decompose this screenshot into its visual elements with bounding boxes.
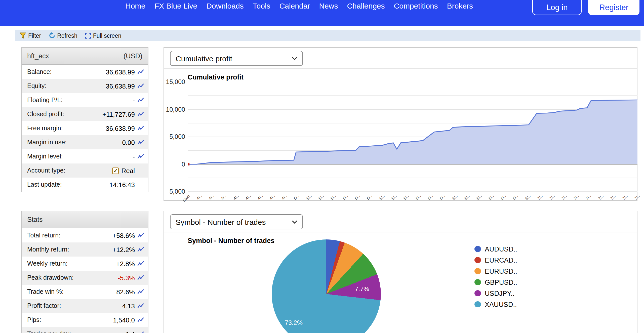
pie-type-select[interactable]: Symbol - Number of trades [170, 214, 303, 229]
open-chart-icon[interactable] [136, 232, 145, 238]
account-row: Last update:14:16:43 [22, 178, 148, 192]
stats-row-label: Monthly return: [27, 246, 69, 253]
nav-item-calendar[interactable]: Calendar [279, 1, 310, 11]
account-row-value: 0.00 [122, 139, 135, 146]
account-rows: Balance:36,638.99Equity:36,638.99Floatin… [22, 65, 148, 192]
fullscreen-button[interactable]: Full screen [85, 32, 122, 38]
account-row: Balance:36,638.99 [22, 65, 148, 79]
open-chart-icon[interactable] [136, 83, 145, 89]
account-row: Closed profit:+11,727.69 [22, 107, 148, 121]
nav-item-downloads[interactable]: Downloads [206, 1, 244, 11]
account-row-label: Last update: [27, 181, 62, 188]
legend-item: EURCAD.. [474, 255, 517, 266]
mini-chart-icon [137, 261, 144, 267]
open-chart-icon[interactable] [136, 317, 145, 323]
mini-chart-icon [137, 331, 144, 333]
account-row: Equity:36,638.99 [22, 79, 148, 93]
open-chart-icon[interactable] [136, 97, 145, 103]
y-axis-label: 10,000 [164, 106, 185, 113]
account-row-label: Floating P/L: [27, 97, 62, 104]
mini-chart-icon [137, 139, 144, 145]
y-axis-label: -5,000 [164, 188, 185, 195]
account-row-label: Free margin: [27, 125, 63, 132]
account-row: Free margin:36,638.99 [22, 121, 148, 135]
fullscreen-icon [85, 32, 91, 38]
stats-row-label: Total return: [27, 232, 60, 239]
register-button[interactable]: Register [588, 0, 639, 15]
legend-item: XAUUSD.. [474, 299, 517, 310]
legend-color-dot [474, 257, 481, 263]
stats-row-value: 1,540.0 [113, 316, 135, 324]
account-row-value: 36,638.99 [106, 68, 135, 76]
pie-card-toolbar: Symbol - Number of trades [164, 211, 637, 232]
open-chart-icon[interactable] [136, 261, 145, 267]
account-row-label: Account type: [27, 167, 65, 174]
open-chart-icon[interactable] [136, 289, 145, 295]
legend-color-dot [474, 301, 481, 308]
y-axis-label: 0 [164, 161, 185, 168]
cumulative-profit-card: Cumulative profit Cumulative profit 15,0… [164, 47, 637, 201]
account-currency: (USD) [124, 52, 142, 60]
stats-row-label: Pips: [27, 316, 41, 323]
nav-item-competitions[interactable]: Competitions [394, 1, 438, 11]
chart-type-select[interactable]: Cumulative profit [170, 51, 303, 66]
mini-chart-icon [137, 69, 144, 75]
stats-row-value: +12.2% [112, 246, 135, 253]
mini-chart-icon [137, 111, 144, 117]
account-row-label: Margin in use: [27, 139, 67, 146]
stats-row-label: Peak drawdown: [27, 274, 74, 281]
stats-row: Weekly return:+2.8% [22, 257, 148, 271]
nav-item-home[interactable]: Home [125, 1, 145, 11]
account-row: Floating P/L:- [22, 93, 148, 107]
legend-label: XAUUSD.. [485, 301, 517, 308]
account-row-label: Balance: [27, 68, 52, 75]
open-chart-icon[interactable] [136, 153, 145, 159]
mini-chart-icon [137, 289, 144, 295]
login-button[interactable]: Log in [532, 0, 582, 15]
account-name: hft_ecx [27, 52, 49, 60]
stats-row-label: Profit factor: [27, 302, 61, 309]
open-chart-icon[interactable] [136, 69, 145, 75]
stats-row-label: Trade win %: [27, 288, 64, 295]
refresh-button[interactable]: Refresh [49, 32, 77, 39]
open-chart-icon[interactable] [136, 331, 145, 333]
open-chart-icon[interactable] [136, 303, 145, 309]
stats-row-label: Trades per day: [27, 330, 71, 333]
mini-chart-icon [137, 83, 144, 89]
account-row: Margin in use:0.00 [22, 135, 148, 149]
real-account-checkbox-icon: ✓ [112, 167, 119, 174]
open-chart-icon[interactable] [136, 111, 145, 117]
stats-rows: Total return:+58.6%Monthly return:+12.2%… [22, 228, 148, 333]
nav-item-challenges[interactable]: Challenges [347, 1, 385, 11]
open-chart-icon[interactable] [136, 139, 145, 145]
mini-chart-icon [137, 317, 144, 323]
legend-label: GBPUSD.. [485, 278, 517, 286]
refresh-icon [49, 32, 55, 39]
pie-slice-label: 7.7% [355, 286, 369, 293]
y-axis-label: 15,000 [164, 78, 185, 86]
open-chart-icon[interactable] [136, 125, 145, 131]
nav-item-brokers[interactable]: Brokers [447, 1, 473, 11]
legend-label: EURUSD.. [485, 267, 517, 275]
nav-item-news[interactable]: News [319, 1, 338, 11]
filter-button[interactable]: Filter [20, 32, 41, 39]
account-panel: hft_ecx (USD) Balance:36,638.99Equity:36… [21, 47, 148, 192]
account-row-label: Margin level: [27, 153, 63, 160]
nav-item-tools[interactable]: Tools [253, 1, 270, 11]
chart-card-toolbar: Cumulative profit [164, 48, 637, 69]
open-chart-icon[interactable] [136, 275, 145, 281]
symbol-trades-card: Symbol - Number of trades Symbol - Numbe… [164, 211, 637, 333]
line-chart-area: Cumulative profit 15,00010,0005,0000-5,0… [164, 69, 637, 201]
nav-item-fx-blue-live[interactable]: FX Blue Live [154, 1, 197, 11]
account-panel-header: hft_ecx (USD) [22, 48, 148, 65]
pie-chart-area: Symbol - Number of trades 7.7%73.2% AUDU… [164, 232, 637, 333]
open-chart-icon[interactable] [136, 246, 145, 253]
stats-row-value: 82.6% [116, 288, 135, 296]
account-row-value: 14:16:43 [109, 181, 135, 188]
stats-title: Stats [27, 216, 43, 223]
mini-chart-icon [137, 153, 144, 159]
filter-icon [20, 32, 26, 39]
account-row-value: - [133, 96, 135, 104]
stats-row-value: -5.3% [118, 274, 135, 281]
legend-item: USDJPY.. [474, 288, 517, 299]
